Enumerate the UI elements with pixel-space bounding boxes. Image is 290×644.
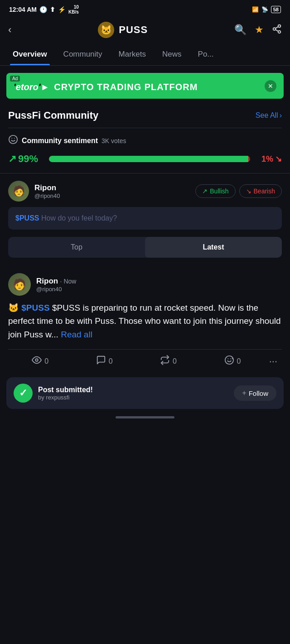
post-placeholder-text: How do you feel today? (41, 214, 117, 222)
bullish-button[interactable]: ↗ Bullish (195, 184, 235, 198)
etoro-logo: 'etoro'► (14, 82, 49, 92)
more-options[interactable]: ··· (265, 356, 282, 367)
see-all-button[interactable]: See All › (256, 111, 282, 120)
user-name: Ripon (34, 183, 60, 192)
nav-actions: 🔍 ★ (234, 24, 282, 36)
post-submitted-notification: ✓ Post submitted! by rexpussfi + Follow (6, 377, 284, 409)
sentiment-bar (49, 156, 250, 162)
top-tab[interactable]: Top (8, 237, 145, 258)
coin-header: 🐱 PUSS (11, 22, 234, 38)
ad-text: CRYPTO TRADING PLATFORM (54, 82, 198, 92)
views-action[interactable]: 0 (8, 355, 72, 367)
post-content: 🐱 $PUSS $PUSS is preparing to run at roc… (8, 301, 282, 341)
notif-text: Post submitted! by rexpussfi (38, 386, 228, 401)
svg-line-3 (276, 29, 278, 31)
ad-content: 'etoro'► CRYPTO TRADING PLATFORM (14, 82, 198, 92)
svg-point-7 (36, 359, 39, 362)
post-avatar: 🧑 (8, 273, 31, 296)
ad-close-button[interactable]: ✕ (265, 80, 276, 92)
sentiment-label: Community sentiment (22, 137, 98, 145)
bearish-button[interactable]: ↘ Bearish (239, 184, 282, 198)
status-bar: 12:04 AM 🕐 ⬆ ⚡ 10KB/s 📶 📡 58 (0, 0, 290, 18)
coin-title: PUSS (119, 24, 148, 36)
tab-community[interactable]: Community (55, 43, 111, 65)
comment-icon (96, 355, 106, 367)
sentiment-row: Community sentiment 3K votes (8, 135, 282, 147)
post-header: 🧑 Ripon · Now @ripon40 (8, 273, 282, 296)
feed-toggle: Top Latest (8, 237, 282, 258)
sentiment-buttons: ↗ Bullish ↘ Bearish (195, 184, 282, 198)
post-input-placeholder[interactable]: $PUSS How do you feel today? (15, 214, 117, 222)
section-divider (0, 173, 290, 173)
status-icons: 📶 📡 58 (252, 6, 281, 13)
back-icon[interactable]: ‹ (8, 24, 11, 36)
divider (8, 128, 282, 128)
post-input-box[interactable]: $PUSS How do you feel today? (8, 207, 282, 230)
follow-button[interactable]: + Follow (234, 385, 276, 401)
community-header: PussFi Community See All › (8, 110, 282, 121)
sentiment-icon (8, 135, 18, 147)
post-time: · Now (60, 278, 77, 285)
reposts-action[interactable]: 0 (136, 355, 200, 367)
tab-bar: Overview Community Markets News Po... (0, 43, 290, 66)
eye-icon (32, 355, 42, 367)
back-button[interactable]: ‹ (8, 24, 11, 36)
bullish-bar-fill (49, 156, 248, 162)
status-time: 12:04 AM 🕐 ⬆ ⚡ 10KB/s (9, 5, 79, 14)
community-section: PussFi Community See All › Community sen… (0, 102, 290, 173)
ad-section: Ad 'etoro'► CRYPTO TRADING PLATFORM ✕ (0, 66, 290, 102)
post-user-name: Ripon (36, 277, 58, 285)
user-info: 🧑 Ripon @ripon40 (8, 181, 60, 202)
comments-count: 0 (109, 357, 113, 365)
notif-title: Post submitted! (38, 386, 228, 394)
community-title: PussFi Community (8, 110, 98, 121)
post-actions: 0 0 0 (8, 349, 282, 373)
user-avatar: 🧑 (8, 181, 29, 202)
user-row: 🧑 Ripon @ripon40 ↗ Bullish ↘ Bearish (8, 181, 282, 202)
top-nav: ‹ 🐱 PUSS 🔍 ★ (0, 18, 290, 43)
ad-banner[interactable]: Ad 'etoro'► CRYPTO TRADING PLATFORM ✕ (6, 73, 284, 99)
views-count: 0 (44, 357, 48, 365)
reactions-count: 0 (237, 357, 241, 365)
post-area: 🧑 Ripon @ripon40 ↗ Bullish ↘ Bearish $PU… (0, 181, 290, 230)
sentiment-bar-row: ↗ 99% 1% ↘ (8, 153, 282, 165)
reposts-count: 0 (173, 357, 177, 365)
repost-icon (160, 355, 170, 367)
home-indicator (0, 409, 290, 422)
post-handle: @ripon40 (36, 286, 282, 293)
comments-action[interactable]: 0 (72, 355, 136, 367)
reactions-action[interactable]: 0 (200, 355, 264, 367)
notif-sub: by rexpussfi (38, 394, 228, 401)
svg-point-8 (225, 356, 233, 364)
svg-line-4 (276, 26, 278, 28)
post-ticker: $PUSS (21, 303, 49, 312)
votes-count: 3K votes (102, 137, 126, 144)
tab-markets[interactable]: Markets (111, 43, 154, 65)
home-bar (116, 416, 174, 418)
favorite-icon[interactable]: ★ (255, 24, 264, 36)
tab-news[interactable]: News (154, 43, 190, 65)
bearish-percentage: 1% ↘ (255, 154, 282, 164)
ad-label: Ad (10, 76, 20, 82)
tab-po[interactable]: Po... (190, 43, 222, 65)
user-handle: @ripon40 (34, 192, 60, 199)
reaction-icon (224, 355, 234, 367)
tab-overview[interactable]: Overview (5, 43, 55, 65)
search-icon[interactable]: 🔍 (234, 24, 246, 36)
notif-avatar: ✓ (14, 384, 33, 403)
share-icon[interactable] (272, 24, 282, 36)
coin-avatar: 🐱 (98, 22, 114, 38)
read-all-link[interactable]: Read all (61, 330, 92, 339)
latest-tab[interactable]: Latest (145, 237, 282, 258)
bullish-percentage: ↗ 99% (8, 153, 44, 165)
feed-post: 🧑 Ripon · Now @ripon40 🐱 $PUSS $PUSS is … (0, 266, 290, 373)
